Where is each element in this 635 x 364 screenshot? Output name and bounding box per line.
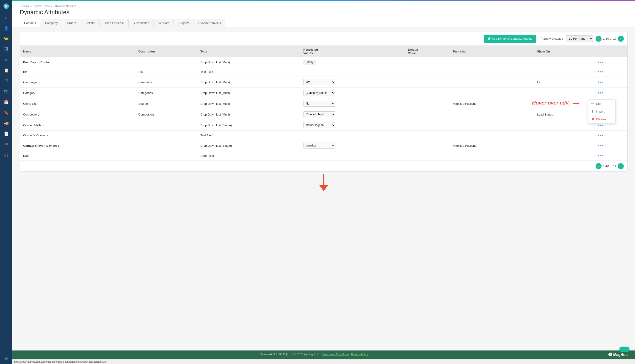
row-actions-button[interactable]: ••• xyxy=(598,60,603,64)
tab-vendors[interactable]: Vendors xyxy=(154,19,174,27)
per-page-select[interactable]: 10 Per Page 25 Per Page 50 Per Page 100 … xyxy=(566,35,593,42)
tab-subscription[interactable]: Subscription xyxy=(128,19,154,27)
svg-text:M: M xyxy=(5,4,8,8)
cart-icon[interactable]: 🛒 xyxy=(0,86,12,97)
tab-contacts[interactable]: Contacts xyxy=(20,19,40,27)
row-actions-button[interactable]: ••• xyxy=(598,123,603,128)
cell-default-value xyxy=(405,77,450,88)
tab-orders[interactable]: Orders xyxy=(62,19,80,27)
row-actions-button[interactable]: ••• xyxy=(598,153,603,158)
tab-projects[interactable]: Projects xyxy=(174,19,194,27)
row-actions-button[interactable]: ••• xyxy=(598,90,603,95)
gear-icon[interactable]: ⚙ xyxy=(0,354,12,364)
bottom-prev-page-button[interactable]: ‹ xyxy=(596,163,602,169)
footer-toggle[interactable] xyxy=(620,346,630,352)
cell-restricted-values xyxy=(300,131,405,140)
col-actions xyxy=(594,46,628,57)
cell-name: Contact Method xyxy=(20,120,135,131)
add-attribute-button[interactable]: ⊕ Add Dynamic Contact Attribute xyxy=(484,34,536,43)
cell-restricted-values[interactable]: No xyxy=(300,98,405,109)
cell-actions: ••• xyxy=(594,131,628,140)
down-arrow-container xyxy=(20,174,628,192)
table-row: Contact's ContactsText Field••• xyxy=(20,131,628,140)
cell-publisher xyxy=(450,120,534,131)
tab-company[interactable]: Company xyxy=(40,19,62,27)
cell-description xyxy=(135,57,197,67)
table-row: Contact's favorite cheeseDrop Down List … xyxy=(20,140,628,151)
table-header-row: Name Description Type RestrictedValues D… xyxy=(20,46,628,57)
cell-restricted-values[interactable]: Carrier Pigeon xyxy=(300,120,405,131)
down-arrow-icon xyxy=(317,174,330,192)
content-area: ⊕ Add Dynamic Contact Attribute Show Dis… xyxy=(12,27,635,350)
cell-name: Category xyxy=(20,88,135,98)
table-row: BioBioText Field••• xyxy=(20,67,628,77)
home-icon[interactable]: ⌂ xyxy=(0,12,12,23)
checkbox-icon[interactable]: ☑ xyxy=(0,76,12,86)
cell-publisher xyxy=(450,57,534,67)
restricted-value-select[interactable]: american xyxy=(303,142,336,148)
table-row: DateDate Field••• xyxy=(20,151,628,161)
cell-type: Drop Down List (Multi) xyxy=(197,98,300,109)
row-actions-button[interactable]: ••• xyxy=(598,133,603,138)
handshake-icon[interactable]: 🤝 xyxy=(0,34,12,44)
users-icon[interactable]: 👤 xyxy=(0,23,12,34)
show-disabled-checkbox[interactable] xyxy=(539,37,542,40)
document-icon[interactable]: 📄 xyxy=(0,128,12,139)
bookmark-icon[interactable]: 🔖 xyxy=(0,107,12,118)
cell-type: Drop Down List (Multi) xyxy=(197,57,300,67)
main-content: Settings » Custom Fields » Dynamic Attri… xyxy=(12,0,635,364)
cell-show-on xyxy=(534,131,594,140)
headset-icon[interactable]: 🎧 xyxy=(0,150,12,160)
privacy-link[interactable]: Privacy Policy xyxy=(351,353,368,356)
row-actions-button[interactable]: ••• xyxy=(598,70,603,74)
restricted-value-text: Friday xyxy=(303,60,316,65)
row-actions-button[interactable]: ••• xyxy=(598,80,603,84)
list-icon[interactable]: 📋 xyxy=(0,65,12,76)
cell-show-on xyxy=(534,98,594,109)
restricted-value-select[interactable]: [Contact_Tags] xyxy=(303,112,336,117)
context-menu-edit[interactable]: ✏ Edit xyxy=(588,100,615,108)
restricted-value-select[interactable]: Carrier Pigeon xyxy=(303,122,336,128)
col-restricted-values: RestrictedValues xyxy=(300,46,405,57)
row-actions-button[interactable]: ••• xyxy=(598,143,603,148)
cell-restricted-values[interactable]: [Category_Name] xyxy=(300,88,405,98)
cell-type: Drop Down List (Single) xyxy=(197,120,300,131)
mail-icon[interactable]: ✉ xyxy=(0,139,12,150)
context-menu-disable[interactable]: ✖ Disable xyxy=(588,115,615,123)
bottom-next-page-button[interactable]: › xyxy=(618,163,624,169)
tag-icon[interactable]: ✏ xyxy=(0,54,12,65)
image-icon[interactable]: 🖼 xyxy=(0,44,12,54)
cell-publisher xyxy=(450,109,534,120)
prev-page-button[interactable]: ‹ xyxy=(596,36,602,42)
terms-link[interactable]: Terms and Conditions xyxy=(322,353,349,356)
restricted-value-select[interactable]: No xyxy=(303,101,336,106)
tab-dynamic-objects[interactable]: Dynamic Objects xyxy=(194,19,225,27)
cell-default-value xyxy=(405,98,450,109)
cell-restricted-values[interactable]: american xyxy=(300,140,405,151)
cell-type: Text Field xyxy=(197,67,300,77)
breadcrumb-settings[interactable]: Settings xyxy=(20,4,29,7)
cell-show-on xyxy=(534,151,594,161)
maghub-brand: 🅜 MagHub xyxy=(608,353,628,357)
cell-description xyxy=(135,131,197,140)
restricted-value-select[interactable]: [Category_Name] xyxy=(303,90,336,96)
cell-show-on: Le... xyxy=(534,77,594,88)
cell-description: Categories xyxy=(135,88,197,98)
copyright-text: © 2020 Aysling, LLC. xyxy=(294,353,320,356)
calendar-icon[interactable]: 📅 xyxy=(0,97,12,107)
restricted-value-select[interactable]: Cat xyxy=(303,79,336,85)
cell-name: Comp List xyxy=(20,98,135,109)
cell-restricted-values[interactable]: Friday xyxy=(300,57,405,67)
logo[interactable]: M xyxy=(0,0,12,12)
cell-default-value xyxy=(405,120,450,131)
next-page-button[interactable]: › xyxy=(618,36,624,42)
tab-tickets[interactable]: Tickets xyxy=(81,19,99,27)
truck-icon[interactable]: 🚚 xyxy=(0,118,12,128)
cell-actions: ••• xyxy=(594,140,628,151)
breadcrumb-custom-fields[interactable]: Custom Fields xyxy=(34,4,50,7)
cell-restricted-values[interactable]: [Contact_Tags] xyxy=(300,109,405,120)
table-row: CampaignCampaignDrop Down List (Multi)Ca… xyxy=(20,77,628,88)
cell-restricted-values[interactable]: Cat xyxy=(300,77,405,88)
context-menu-import[interactable]: ⬆ Import xyxy=(588,108,615,115)
tab-sales-forecast[interactable]: Sales Forecast xyxy=(99,19,128,27)
